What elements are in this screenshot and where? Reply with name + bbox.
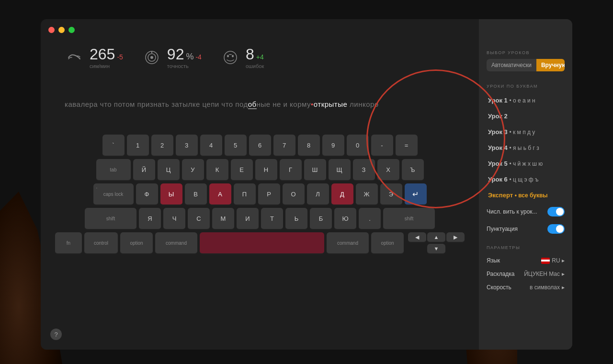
key-щ[interactable]: Щ [329, 159, 351, 181]
params-label: ПАРАМЕТРЫ [479, 245, 572, 254]
lesson-item-expert[interactable]: Эксперт • все буквы [479, 187, 572, 203]
key-ь[interactable]: Ь [285, 208, 307, 230]
key-minus[interactable]: - [371, 135, 393, 157]
key-а[interactable]: А [209, 183, 231, 205]
key-ц[interactable]: Ц [158, 159, 180, 181]
key-и[interactable]: И [237, 208, 259, 230]
key-в[interactable]: В [185, 183, 207, 205]
stats-bar: 265 -5 сим/мин 92 [55, 46, 465, 69]
key-command-right[interactable]: command [327, 232, 369, 254]
key-к[interactable]: К [206, 159, 228, 181]
speed-values: 265 -5 сим/мин [90, 46, 123, 69]
numbers-toggle-row: Числ. вить к урок... [479, 203, 572, 220]
key-м[interactable]: М [212, 208, 234, 230]
modifier-row: fn control option command command option… [55, 232, 465, 254]
key-з[interactable]: З [353, 159, 375, 181]
key-т[interactable]: Т [261, 208, 283, 230]
lesson-item-5[interactable]: Урок 5 • ч й ж х ш ю [479, 156, 572, 171]
layout-row: Раскладка ЙЦУКЕН Mac ▸ [479, 267, 572, 281]
main-content: 265 -5 сим/мин 92 [41, 19, 479, 350]
key-8[interactable]: 8 [298, 135, 320, 157]
lesson-item-3[interactable]: Урок 3 • к м п д у [479, 124, 572, 140]
key-у[interactable]: У [182, 159, 204, 181]
lesson-item-1[interactable]: Урок 1 • о е а и н [479, 92, 572, 108]
language-value-group[interactable]: RU ▸ [541, 257, 565, 264]
errors-icon [221, 48, 240, 67]
accuracy-label: точность [167, 63, 202, 69]
key-option-left[interactable]: option [120, 232, 153, 254]
key-ъ[interactable]: Ъ [402, 159, 424, 181]
speed-delta: -5 [117, 53, 123, 61]
key-д[interactable]: Д [331, 183, 353, 205]
bottom-row: shift Я Ч С М И Т Ь Б Ю . shift [55, 208, 465, 230]
key-shift-left[interactable]: shift [85, 208, 136, 230]
key-ы[interactable]: Ы [160, 183, 182, 205]
key-ф[interactable]: Ф [136, 183, 158, 205]
lesson-item-4[interactable]: Урок 4 • я ы ь б г з [479, 140, 572, 156]
key-arrow-left[interactable]: ◀ [408, 232, 426, 243]
key-9[interactable]: 9 [322, 135, 344, 157]
key-period[interactable]: . [359, 208, 381, 230]
key-command-left[interactable]: command [155, 232, 197, 254]
typing-area: кавалера что потом признать затылке цепи… [55, 93, 465, 115]
speed-value[interactable]: в символах ▸ [530, 284, 565, 291]
key-п[interactable]: П [234, 183, 256, 205]
key-shift-right[interactable]: shift [383, 208, 435, 230]
key-3[interactable]: 3 [176, 135, 198, 157]
errors-values: 8 +4 ошибок [246, 46, 264, 69]
key-х[interactable]: Х [377, 159, 399, 181]
key-tab[interactable]: tab [96, 159, 131, 181]
main-window: 265 -5 сим/мин 92 [41, 19, 572, 350]
key-arrow-right[interactable]: ▶ [446, 232, 465, 243]
key-ж[interactable]: Ж [356, 183, 378, 205]
key-space[interactable] [200, 232, 324, 254]
punctuation-switch[interactable] [547, 224, 565, 234]
close-button[interactable] [48, 27, 55, 33]
key-о[interactable]: О [283, 183, 305, 205]
key-я[interactable]: Я [139, 208, 161, 230]
key-э[interactable]: Э [380, 183, 402, 205]
key-control[interactable]: control [84, 232, 118, 254]
key-й[interactable]: Й [133, 159, 155, 181]
key-5[interactable]: 5 [225, 135, 247, 157]
errors-value: 8 [246, 46, 254, 63]
number-row: ` 1 2 3 4 5 6 7 8 9 0 - = [55, 135, 465, 157]
key-р[interactable]: Р [258, 183, 280, 205]
help-button[interactable]: ? [50, 329, 62, 340]
maximize-button[interactable] [68, 27, 75, 33]
key-ю[interactable]: Ю [334, 208, 356, 230]
key-г[interactable]: Г [280, 159, 302, 181]
key-arrow-up[interactable]: ▲ [427, 232, 445, 243]
lesson-item-6[interactable]: Урок 6 • ц щ э ф ъ [479, 171, 572, 187]
key-7[interactable]: 7 [273, 135, 295, 157]
typing-text: кавалера что потом признать затылке цепи… [65, 100, 379, 109]
key-equals[interactable]: = [396, 135, 418, 157]
layout-label: Раскладка [487, 271, 515, 277]
key-enter[interactable]: ↵ [405, 183, 427, 205]
key-л[interactable]: Л [307, 183, 329, 205]
lesson-item-2[interactable]: Урок 2 [479, 108, 572, 124]
key-н[interactable]: Н [255, 159, 277, 181]
language-label: Язык [487, 257, 500, 264]
key-ч[interactable]: Ч [163, 208, 185, 230]
key-0[interactable]: 0 [347, 135, 369, 157]
key-б[interactable]: Б [310, 208, 332, 230]
key-2[interactable]: 2 [151, 135, 173, 157]
manual-button[interactable]: Вручную [536, 59, 565, 71]
key-ш[interactable]: Ш [304, 159, 326, 181]
key-4[interactable]: 4 [200, 135, 222, 157]
key-е[interactable]: Е [231, 159, 253, 181]
auto-button[interactable]: Автоматически [487, 59, 536, 71]
key-backtick[interactable]: ` [102, 135, 125, 157]
key-arrow-down[interactable]: ▼ [427, 244, 445, 254]
lessons-by-letters-label: УРОКИ ПО БУКВАМ [479, 84, 572, 92]
key-1[interactable]: 1 [127, 135, 149, 157]
key-capslock[interactable]: · caps lock [93, 183, 134, 205]
key-fn[interactable]: fn [55, 232, 82, 254]
key-option-right[interactable]: option [371, 232, 404, 254]
key-с[interactable]: С [188, 208, 210, 230]
key-6[interactable]: 6 [249, 135, 271, 157]
minimize-button[interactable] [58, 27, 65, 33]
layout-value[interactable]: ЙЦУКЕН Mac ▸ [524, 271, 565, 277]
numbers-switch[interactable] [547, 207, 565, 216]
